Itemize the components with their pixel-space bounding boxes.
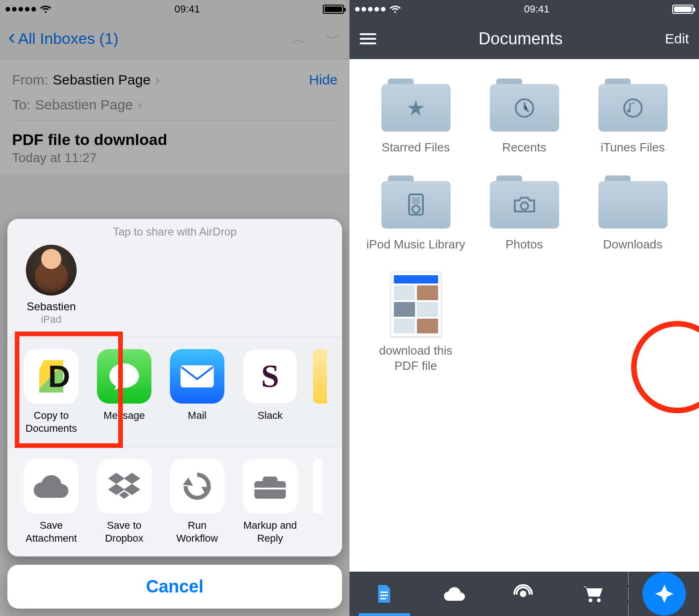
slack-app-icon: S: [243, 349, 297, 404]
cancel-button[interactable]: Cancel: [7, 565, 342, 609]
documents-pane: 09:41 Documents Edit ★ Starred Files Rec…: [350, 0, 699, 616]
folder-label: iTunes Files: [583, 140, 682, 155]
action-save-attachment[interactable]: Save Attachment: [21, 459, 81, 544]
share-sheet: Tap to share with AirDrop Sebastien iPad…: [7, 219, 342, 609]
message-app-icon: [97, 349, 151, 404]
share-app-label: Slack: [240, 409, 300, 422]
share-app-copy-to-documents[interactable]: Copy to Documents: [21, 349, 81, 435]
svg-rect-5: [412, 197, 420, 204]
action-markup-and-reply[interactable]: Markup and Reply: [240, 459, 300, 544]
folder-downloads[interactable]: Downloads: [583, 175, 682, 252]
wifi-icon: [389, 5, 401, 14]
folder-icon: ★: [381, 79, 451, 132]
avatar: [26, 245, 77, 296]
folder-label: iPod Music Library: [366, 237, 465, 252]
airdrop-contact-device: iPad: [21, 314, 81, 326]
folder-icon: [598, 175, 668, 229]
folder-label: Photos: [475, 237, 574, 252]
folder-icon: [381, 175, 451, 229]
documents-nav-bar: Documents Edit: [350, 18, 699, 59]
share-app-label: Copy to Documents: [21, 409, 81, 435]
status-bar-right: 09:41: [350, 0, 699, 18]
file-download-this-pdf-file[interactable]: download this PDF file: [366, 272, 465, 373]
documents-app-icon: [24, 349, 78, 404]
folder-photos[interactable]: Photos: [475, 175, 574, 252]
airdrop-contact[interactable]: Sebastien iPad: [21, 245, 81, 326]
action-label: Run Workflow: [167, 519, 227, 544]
cloud-icon: [24, 459, 78, 513]
edit-button[interactable]: Edit: [665, 31, 689, 47]
folder-ipod-music-library[interactable]: iPod Music Library: [366, 175, 465, 252]
svg-rect-0: [181, 365, 214, 387]
tab-store[interactable]: [558, 572, 628, 616]
workflow-icon: [170, 459, 224, 513]
more-icon: [313, 459, 322, 513]
documents-grid: ★ Starred Files Recents iTunes Files iPo…: [350, 59, 699, 393]
mail-pane: 09:41 All Inboxes (1) ︿ ﹀ From: Sebastie…: [0, 0, 350, 616]
battery-icon: [672, 5, 693, 14]
svg-point-8: [520, 591, 526, 597]
svg-point-9: [589, 598, 592, 602]
status-time: 09:41: [524, 3, 549, 15]
share-actions-row: Save Attachment Save to Dropbox Run Work…: [7, 447, 342, 556]
svg-point-3: [624, 99, 642, 117]
svg-point-10: [597, 598, 601, 602]
bottom-tab-bar: [350, 572, 699, 616]
folder-label: Downloads: [583, 237, 682, 252]
tab-browser[interactable]: [629, 572, 699, 616]
mail-app-icon: [170, 349, 224, 404]
action-label: Save to Dropbox: [94, 519, 154, 544]
share-app-mail[interactable]: Mail: [167, 349, 227, 435]
svg-point-7: [521, 202, 528, 210]
file-label: download this PDF file: [366, 343, 465, 373]
page-title: Documents: [479, 29, 563, 48]
airdrop-title: Tap to share with AirDrop: [7, 219, 342, 242]
folder-icon: [490, 79, 559, 132]
folder-label: Recents: [475, 140, 574, 155]
action-label: Save Attachment: [21, 519, 81, 544]
folder-icon: [598, 79, 668, 132]
folder-starred-files[interactable]: ★ Starred Files: [366, 79, 465, 155]
share-apps-row: Copy to Documents Message Mail S Sla: [7, 337, 342, 447]
menu-button[interactable]: [360, 30, 376, 47]
svg-rect-1: [254, 488, 286, 489]
action-more[interactable]: [313, 459, 322, 544]
share-app-label: Mail: [167, 409, 227, 422]
notes-app-icon: [313, 349, 327, 404]
share-app-label: Message: [94, 409, 154, 422]
toolbox-icon: [243, 459, 297, 513]
svg-point-6: [412, 205, 420, 213]
folder-icon: [490, 175, 559, 229]
folder-itunes-files[interactable]: iTunes Files: [583, 79, 682, 155]
share-app-slack[interactable]: S Slack: [240, 349, 300, 435]
folder-label: Starred Files: [366, 140, 465, 155]
tab-wifi-transfer[interactable]: [488, 572, 558, 616]
airdrop-contact-name: Sebastien: [21, 300, 81, 314]
tab-documents[interactable]: [350, 572, 419, 616]
share-app-message[interactable]: Message: [94, 349, 154, 435]
signal-dots-icon: [355, 7, 386, 12]
folder-recents[interactable]: Recents: [475, 79, 574, 155]
pdf-thumbnail-icon: [391, 272, 441, 337]
action-run-workflow[interactable]: Run Workflow: [167, 459, 227, 544]
share-app-more[interactable]: [313, 349, 327, 435]
dropbox-icon: [97, 459, 151, 513]
tab-cloud[interactable]: [419, 572, 489, 616]
action-save-to-dropbox[interactable]: Save to Dropbox: [94, 459, 154, 544]
action-label: Markup and Reply: [240, 519, 300, 544]
